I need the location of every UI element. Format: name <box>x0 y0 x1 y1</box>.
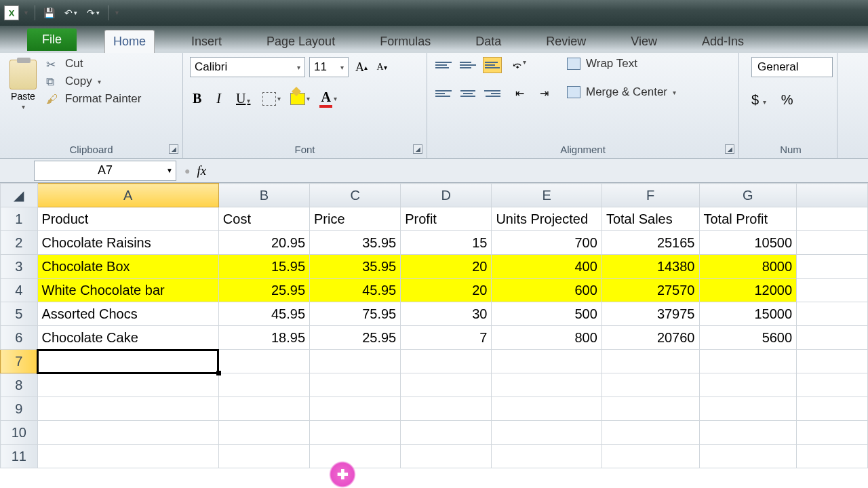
undo-button[interactable]: ↶▾ <box>62 6 80 20</box>
cell[interactable]: 12000 <box>699 279 797 302</box>
cell[interactable]: 18.95 <box>218 326 309 350</box>
cell[interactable] <box>601 350 699 373</box>
tab-addins[interactable]: Add-Ins <box>694 30 752 53</box>
cell[interactable]: 20 <box>401 279 492 302</box>
cell[interactable]: Assorted Chocs <box>37 302 218 326</box>
border-button[interactable]: ▾ <box>262 92 281 106</box>
cell[interactable] <box>37 397 218 421</box>
fontcolor-dropdown-icon[interactable]: ▾ <box>334 95 337 102</box>
cell[interactable] <box>797 255 868 279</box>
name-box[interactable]: A7 ▼ <box>34 161 176 181</box>
row-header-3[interactable]: 3 <box>1 255 38 279</box>
cell[interactable]: 45.95 <box>310 279 401 302</box>
cell[interactable] <box>401 350 492 373</box>
cell[interactable] <box>310 373 401 397</box>
cell[interactable] <box>601 397 699 421</box>
column-header-G[interactable]: G <box>699 184 797 207</box>
cell[interactable]: Price <box>310 207 401 231</box>
underline-button[interactable]: U▾ <box>233 89 253 108</box>
cell[interactable] <box>797 207 868 231</box>
cell[interactable] <box>310 421 401 445</box>
currency-button[interactable]: $ ▾ <box>751 92 766 108</box>
cell[interactable]: 27570 <box>601 279 699 302</box>
column-header-A[interactable]: A <box>37 184 218 207</box>
cell[interactable]: 600 <box>492 279 601 302</box>
cell[interactable] <box>797 326 868 350</box>
shrink-font-button[interactable]: A▾ <box>373 58 391 76</box>
cell[interactable] <box>601 421 699 445</box>
cell[interactable] <box>37 350 218 373</box>
underline-dropdown-icon[interactable]: ▾ <box>247 97 250 104</box>
cell[interactable] <box>37 421 218 445</box>
merge-dropdown-icon[interactable]: ▾ <box>673 89 676 96</box>
cell[interactable] <box>492 373 601 397</box>
cell[interactable] <box>797 397 868 421</box>
cell[interactable]: 15.95 <box>218 255 309 279</box>
cell[interactable] <box>218 445 309 468</box>
cell[interactable] <box>492 397 601 421</box>
cell[interactable] <box>218 350 309 373</box>
cell[interactable] <box>699 350 797 373</box>
cancel-formula-icon[interactable]: ● <box>184 165 190 176</box>
align-center-button[interactable] <box>458 85 477 102</box>
qat-menu-dropdown[interactable]: ▼ <box>23 9 29 16</box>
tab-view[interactable]: View <box>623 30 665 53</box>
cell[interactable]: 7 <box>401 326 492 350</box>
fx-button[interactable]: fx <box>197 163 206 178</box>
cell[interactable]: 37975 <box>601 302 699 326</box>
cell[interactable]: Units Projected <box>492 207 601 231</box>
paste-button[interactable]: Paste ▾ <box>7 57 39 113</box>
align-right-button[interactable] <box>483 85 502 102</box>
cell[interactable] <box>699 397 797 421</box>
italic-button[interactable]: I <box>214 89 224 108</box>
clipboard-dialog-launcher[interactable]: ◢ <box>169 144 178 154</box>
cell[interactable]: 20760 <box>601 326 699 350</box>
column-header-F[interactable]: F <box>601 184 699 207</box>
font-name-select[interactable]: Calibri▾ <box>190 57 305 77</box>
number-format-select[interactable]: General <box>751 57 833 77</box>
cell[interactable]: 15000 <box>699 302 797 326</box>
tab-insert[interactable]: Insert <box>183 30 230 53</box>
cell[interactable]: White Chocolate bar <box>37 279 218 302</box>
formula-input[interactable] <box>206 161 868 180</box>
cell[interactable]: 500 <box>492 302 601 326</box>
column-header-B[interactable]: B <box>218 184 309 207</box>
cell[interactable] <box>601 445 699 468</box>
column-header-D[interactable]: D <box>401 184 492 207</box>
cell[interactable]: 45.95 <box>218 302 309 326</box>
decrease-indent-button[interactable]: ⇤ <box>510 85 529 102</box>
cell[interactable] <box>601 373 699 397</box>
tab-review[interactable]: Review <box>538 30 594 53</box>
copy-button[interactable]: ⧉Copy ▾ <box>46 75 141 88</box>
cell[interactable] <box>218 421 309 445</box>
column-header-E[interactable]: E <box>492 184 601 207</box>
cell[interactable]: Total Profit <box>699 207 797 231</box>
cell[interactable] <box>492 350 601 373</box>
cell[interactable]: Cost <box>218 207 309 231</box>
tab-page-layout[interactable]: Page Layout <box>258 30 343 53</box>
cell[interactable]: 20.95 <box>218 231 309 255</box>
cell[interactable] <box>401 373 492 397</box>
cell[interactable] <box>310 397 401 421</box>
cell[interactable]: 10500 <box>699 231 797 255</box>
fill-color-button[interactable]: ▾ <box>290 93 310 105</box>
cell[interactable] <box>797 302 868 326</box>
cell[interactable]: Total Sales <box>601 207 699 231</box>
qat-customize-dropdown[interactable]: ▼ <box>114 9 120 16</box>
bold-button[interactable]: B <box>190 89 204 108</box>
cell[interactable]: Profit <box>401 207 492 231</box>
cell[interactable]: 20 <box>401 255 492 279</box>
cell[interactable] <box>37 445 218 468</box>
orientation-dropdown-icon[interactable]: ▾ <box>523 58 526 72</box>
increase-indent-button[interactable]: ⇥ <box>534 85 553 102</box>
save-button[interactable]: 💾 <box>41 6 58 20</box>
redo-dropdown-icon[interactable]: ▾ <box>96 9 100 16</box>
cell[interactable] <box>699 421 797 445</box>
orientation-button[interactable]: ⤽▾ <box>510 57 529 73</box>
namebox-dropdown-icon[interactable]: ▼ <box>166 167 173 174</box>
cell[interactable]: 15 <box>401 231 492 255</box>
cell[interactable] <box>797 231 868 255</box>
cell[interactable] <box>310 350 401 373</box>
row-header-7[interactable]: 7 <box>1 350 38 373</box>
cell[interactable] <box>797 421 868 445</box>
